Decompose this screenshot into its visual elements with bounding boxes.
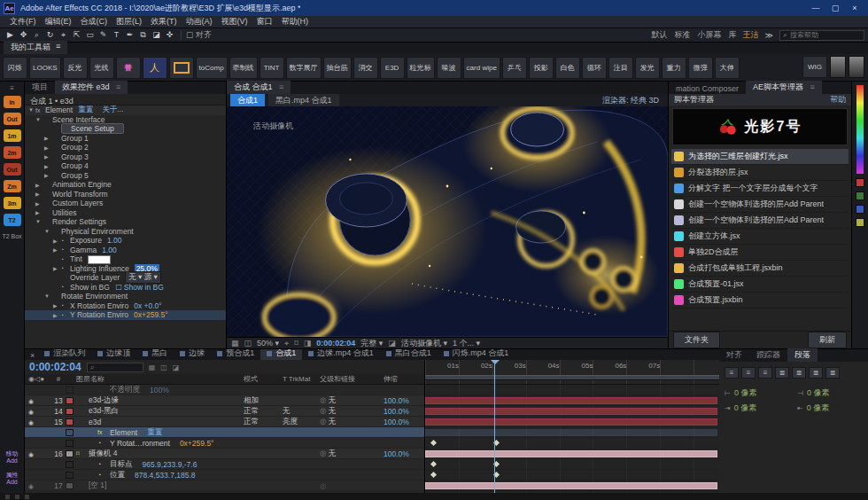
script-item[interactable]: 单独2D合成层 — [671, 245, 849, 261]
toolbox-button[interactable]: TINT — [260, 57, 284, 79]
snapshot-icon[interactable]: ⌑ — [294, 339, 298, 348]
toolbox-button[interactable]: 光线 — [89, 57, 114, 79]
keyframe-track[interactable] — [425, 417, 719, 426]
lane-row[interactable] — [425, 449, 719, 459]
toolbox-button[interactable]: card wipe — [463, 57, 500, 79]
timeline-tab[interactable]: 渲染队列 — [38, 348, 91, 360]
indent-field[interactable]: ⇤ 0 像素 — [797, 402, 863, 414]
twirl-icon[interactable]: ▶ — [53, 246, 60, 253]
panel-tab[interactable]: 对齐 — [719, 348, 749, 362]
lane-row[interactable] — [425, 395, 719, 406]
twirl-icon[interactable]: ▶ — [44, 135, 51, 141]
layer-color-swatch[interactable] — [66, 482, 74, 489]
twirl-icon[interactable]: ▶ — [44, 172, 51, 178]
layer-color-swatch[interactable] — [66, 387, 74, 394]
script-item[interactable]: 为选择的三维层创建灯光.jsx — [671, 149, 849, 165]
workspace-tab-user[interactable]: 王洁 — [743, 29, 759, 41]
panel-menu-icon[interactable]: ≡ — [279, 82, 283, 91]
toolbox-button[interactable]: 数字展厅 — [286, 57, 322, 79]
keyframe-track[interactable] — [425, 449, 719, 458]
col-layer-name[interactable]: 图层名称 — [76, 374, 244, 384]
indent-field[interactable]: ⊢ 0 像素 — [725, 387, 790, 399]
align-right-icon[interactable]: ≡ — [758, 367, 772, 379]
tool-icon[interactable]: ▭ — [83, 30, 97, 40]
dock-icon[interactable] — [856, 191, 864, 200]
col-parent[interactable]: 父级和链接 — [320, 374, 384, 384]
search-input[interactable] — [790, 31, 852, 39]
menu-item[interactable]: 效果(T) — [146, 16, 182, 27]
keyframe-track[interactable] — [425, 480, 719, 490]
menu-item[interactable]: 合成(C) — [76, 16, 112, 27]
parent-link[interactable]: 无 — [320, 417, 384, 427]
effect-row[interactable]: ▼ Scene Interface — [25, 115, 226, 125]
effect-row[interactable]: ▶ Group 4 — [25, 161, 226, 171]
toolbox-button[interactable]: 循环 — [582, 57, 607, 79]
toolbox-button[interactable]: 重力 — [662, 57, 686, 79]
toolbox-button[interactable]: 乒乓 — [502, 57, 527, 79]
playhead[interactable] — [494, 360, 495, 493]
strip-chip-button[interactable]: 3m — [4, 197, 21, 209]
stretch-value[interactable]: 100.0% — [384, 449, 424, 458]
lane-row[interactable] — [425, 459, 719, 470]
stopwatch-icon[interactable]: ◔ — [60, 302, 70, 309]
toolbox-button[interactable]: 发光 — [635, 57, 660, 79]
twirl-icon[interactable]: ▶ — [53, 238, 60, 244]
property-value[interactable]: 0x+259.5° — [180, 439, 214, 448]
timeline-tab[interactable]: 合成1 — [260, 348, 302, 360]
script-item[interactable]: 分解文字 把一个文字层分成每个文字 — [671, 181, 849, 197]
tool-icon[interactable]: T — [110, 30, 123, 40]
draft3d-icon[interactable]: ◫ — [160, 363, 167, 371]
twirl-icon[interactable]: ▼ — [35, 117, 43, 122]
toolbox-button[interactable] — [169, 57, 194, 79]
strip-chip-button[interactable]: 1m — [4, 129, 21, 142]
eye-toggle[interactable]: ◉ — [28, 483, 34, 489]
menu-item[interactable]: 动画(A) — [182, 16, 217, 27]
safe-margins-icon[interactable]: ⌖ — [284, 339, 289, 348]
tool-icon[interactable]: ↻ — [43, 30, 57, 40]
timeline-tab[interactable]: 边缘顶 — [91, 348, 136, 360]
toolbox-button[interactable]: 注目 — [608, 57, 633, 79]
col-trkmat[interactable]: T TrkMat — [283, 375, 320, 383]
help-search[interactable]: ⌕ — [779, 30, 864, 41]
script-item[interactable]: 创建一个空物体到选择的层Add Parent — [671, 213, 849, 229]
work-area-bar[interactable] — [425, 375, 719, 380]
panel-menu-icon[interactable]: ≡ — [10, 84, 14, 92]
effect-row[interactable]: ▶ Custom Layers — [25, 199, 226, 208]
toolbox-button[interactable]: 投影 — [529, 57, 554, 79]
property-value[interactable] — [88, 254, 111, 264]
tool-icon[interactable]: ⌕ — [30, 30, 43, 40]
keyframe-track[interactable] — [425, 427, 719, 437]
twirl-icon[interactable]: ▶ — [44, 163, 51, 169]
parent-link[interactable] — [320, 481, 384, 490]
justify-last-left-icon[interactable]: ≣ — [775, 367, 789, 379]
refresh-button[interactable]: 刷新 — [808, 332, 847, 348]
tab-script-manager[interactable]: AE脚本管理器 ≡ — [746, 81, 822, 94]
effect-row[interactable]: ▶ World Transform — [25, 190, 226, 199]
renderer-label[interactable]: 渲染器: 经典 3D — [602, 95, 664, 106]
stopwatch-icon[interactable]: ◔ — [60, 312, 70, 318]
tool-icon[interactable]: ▶ — [4, 30, 17, 40]
timeline-search[interactable]: ⌕ — [87, 363, 143, 372]
twirl-icon[interactable]: ▶ — [53, 312, 60, 318]
property-value[interactable]: 1.00 — [102, 246, 117, 254]
toolbox-button[interactable]: 微弹 — [688, 57, 713, 79]
toolbox-button[interactable]: 反光 — [63, 57, 88, 79]
effect-row[interactable]: ▶ ◔ Exposure 1.00 — [25, 236, 226, 246]
blend-mode[interactable]: 正常 — [244, 417, 283, 427]
menu-item[interactable]: 视图(V) — [217, 16, 252, 27]
lane-row[interactable] — [425, 417, 719, 427]
grid-icon[interactable]: ▦ — [231, 339, 239, 348]
toolbox-button[interactable]: 噪波 — [437, 57, 461, 79]
parent-link[interactable]: 无 — [320, 449, 384, 459]
eye-toggle[interactable]: ◉ — [28, 451, 34, 457]
toolbox-tab[interactable]: 我的工具箱 ≡ — [4, 41, 67, 54]
toolbox-button[interactable]: 替 — [116, 57, 141, 79]
eye-toggle[interactable]: ◉ — [28, 419, 34, 426]
strip-chip-button[interactable]: Out — [4, 113, 21, 125]
script-item[interactable]: 合成预置-01.jsx — [671, 277, 849, 293]
tool-icon[interactable]: ⇱ — [70, 30, 83, 40]
effect-row[interactable]: ▼ Rotate Environment — [25, 292, 226, 301]
stopwatch-icon[interactable]: fx — [97, 429, 107, 435]
tab-animation-composer[interactable]: mation Composer — [669, 83, 746, 94]
maximize-button[interactable]: ▢ — [825, 4, 845, 12]
